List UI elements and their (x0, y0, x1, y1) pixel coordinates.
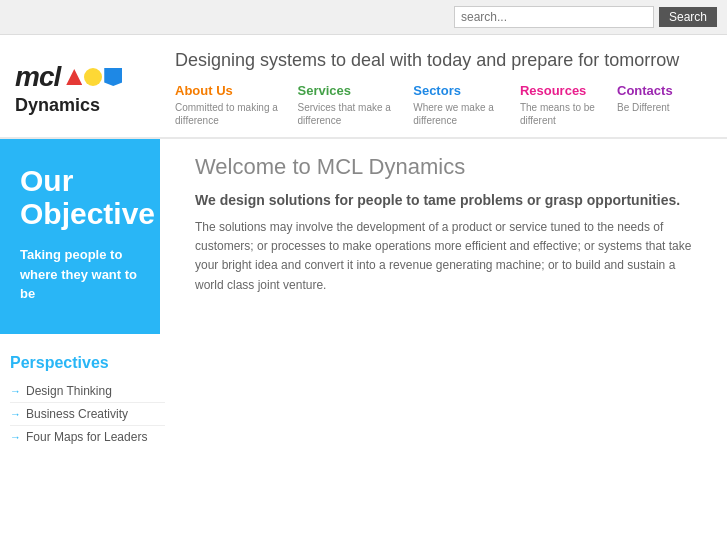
search-button[interactable]: Search (659, 7, 717, 27)
header: mcl Dynamics Designing systems to deal w… (0, 35, 727, 139)
logo-yellow-circle (84, 68, 102, 86)
perspectives-section: Perspectives →Design Thinking→Business C… (0, 344, 175, 448)
sidebar-hero: Our Objective Taking people to where the… (0, 139, 160, 334)
welcome-body: The solutions may involve the developmen… (195, 218, 707, 295)
perspectives-title: Perspectives (10, 354, 165, 372)
logo-red-triangle (66, 69, 82, 85)
header-right: Designing systems to deal with today and… (175, 50, 712, 127)
nav-title-about[interactable]: About Us (175, 83, 281, 98)
nav-title-sectors[interactable]: Sectors (413, 83, 504, 98)
perspectives-list: →Design Thinking→Business Creativity→Fou… (10, 380, 165, 448)
nav-item-services[interactable]: ServicesServices that make a difference (297, 83, 413, 127)
arrow-icon: → (10, 408, 21, 420)
sidebar: Our Objective Taking people to where the… (0, 139, 175, 448)
objective-subtitle: Taking people to where they want to be (20, 245, 140, 304)
welcome-title: Welcome to MCL Dynamics (195, 154, 707, 180)
perspectives-item-label: Four Maps for Leaders (26, 430, 147, 444)
header-tagline: Designing systems to deal with today and… (175, 50, 712, 71)
logo-dynamics-text: Dynamics (15, 95, 175, 116)
welcome-lead: We design solutions for people to tame p… (195, 192, 707, 208)
main-content: Welcome to MCL Dynamics We design soluti… (175, 139, 727, 448)
perspectives-list-item[interactable]: →Four Maps for Leaders (10, 426, 165, 448)
objective-title: Our Objective (20, 164, 140, 230)
logo-area: mcl Dynamics (15, 61, 175, 116)
nav-item-about[interactable]: About UsCommitted to making a difference (175, 83, 297, 127)
nav-desc-services: Services that make a difference (297, 101, 397, 127)
nav-item-sectors[interactable]: SectorsWhere we make a difference (413, 83, 520, 127)
search-input[interactable] (454, 6, 654, 28)
nav-item-resources[interactable]: ResourcesThe means to be different (520, 83, 617, 127)
nav-menu: About UsCommitted to making a difference… (175, 83, 712, 127)
logo-blue-shape (104, 68, 122, 86)
perspectives-item-label: Business Creativity (26, 407, 128, 421)
arrow-icon: → (10, 385, 21, 397)
nav-desc-resources: The means to be different (520, 101, 601, 127)
perspectives-list-item[interactable]: →Business Creativity (10, 403, 165, 426)
nav-item-contacts[interactable]: ContactsBe Different (617, 83, 712, 127)
perspectives-item-label: Design Thinking (26, 384, 112, 398)
main-layout: Our Objective Taking people to where the… (0, 139, 727, 448)
logo-shapes (66, 68, 122, 86)
nav-title-services[interactable]: Services (297, 83, 397, 98)
nav-desc-about: Committed to making a difference (175, 101, 281, 127)
nav-desc-contacts: Be Different (617, 101, 696, 114)
nav-title-contacts[interactable]: Contacts (617, 83, 696, 98)
top-bar: Search (0, 0, 727, 35)
perspectives-list-item[interactable]: →Design Thinking (10, 380, 165, 403)
nav-title-resources[interactable]: Resources (520, 83, 601, 98)
logo-mcl: mcl (15, 61, 175, 93)
nav-desc-sectors: Where we make a difference (413, 101, 504, 127)
logo-mcl-text: mcl (15, 61, 60, 93)
arrow-icon: → (10, 431, 21, 443)
